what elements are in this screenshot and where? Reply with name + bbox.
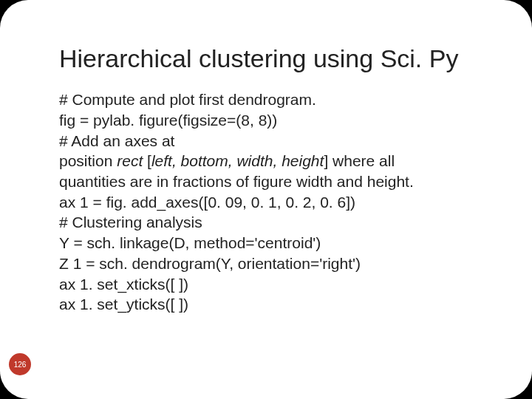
code-line: quantities are in fractions of figure wi… [59,171,488,192]
code-line: Y = sch. linkage(D, method='centroid') [59,233,488,253]
code-line: fig = pylab. figure(figsize=(8, 8)) [59,110,488,131]
code-line: ax 1. set_yticks([ ]) [59,294,488,315]
code-line: ax 1 = fig. add_axes([0. 09, 0. 1, 0. 2,… [59,192,488,213]
code-line: # Clustering analysis [59,212,488,233]
code-text: ] where all [324,152,395,169]
code-line: # Compute and plot first dendrogram. [59,89,488,110]
code-text: position [59,152,117,169]
slide: Hierarchical clustering using Sci. Py # … [0,0,532,399]
code-block: # Compute and plot first dendrogram. fig… [59,89,488,315]
code-line: # Add an axes at [59,131,488,151]
slide-title: Hierarchical clustering using Sci. Py [59,44,488,73]
code-line: position rect [left, bottom, width, heig… [59,151,488,171]
code-line: ax 1. set_xticks([ ]) [59,274,488,295]
code-italic: left, bottom, width, height [151,152,324,169]
code-text: [ [143,152,151,169]
code-line: Z 1 = sch. dendrogram(Y, orientation='ri… [59,253,488,274]
page-badge: 126 [9,353,31,375]
code-italic: rect [117,152,143,169]
